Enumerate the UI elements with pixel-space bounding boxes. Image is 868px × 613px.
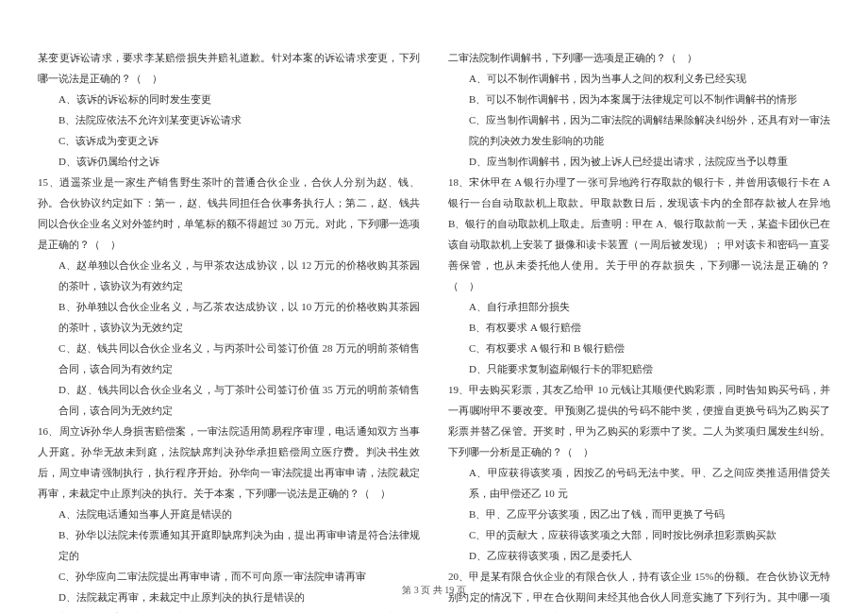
right-column: 二审法院制作调解书，下列哪一选项是正确的？（ ） A、可以不制作调解书，因为当事… xyxy=(448,47,830,561)
q16-option-d: D、法院裁定再审，未裁定中止原判决的执行是错误的 xyxy=(38,587,420,607)
q14-option-a: A、该诉的诉讼标的同时发生变更 xyxy=(38,89,420,109)
left-column: 某变更诉讼请求，要求李某赔偿损失并赔礼道歉。针对本案的诉讼请求变更，下列哪一说法… xyxy=(38,47,420,561)
q18-option-c: C、有权要求 A 银行和 B 银行赔偿 xyxy=(448,338,830,358)
q16-stem: 16、周立诉孙华人身损害赔偿案，一审法院适用简易程序审理，电话通知双方当事人开庭… xyxy=(38,421,420,504)
q15-option-b: B、孙单独以合伙企业名义，与乙茶农达成协议，以 10 万元的价格收购其茶园的茶叶… xyxy=(38,296,420,338)
q15-option-d: D、赵、钱共同以合伙企业名义，与丁茶叶公司签订价值 35 万元的明前茶销售合同，… xyxy=(38,379,420,421)
q18-stem: 18、宋休甲在 A 银行办理了一张可异地跨行存取款的银行卡，并曾用该银行卡在 A… xyxy=(448,172,830,296)
q19-option-b: B、甲、乙应平分该奖项，因乙出了钱，而甲更换了号码 xyxy=(448,504,830,524)
q19-option-a: A、甲应获得该奖项，因按乙的号码无法中奖。甲、乙之间应类推适用借贷关系，由甲偿还… xyxy=(448,462,830,504)
q18-option-b: B、有权要求 A 银行赔偿 xyxy=(448,317,830,338)
q14-option-c: C、该诉成为变更之诉 xyxy=(38,130,420,151)
q20-stem: 20、甲是某有限合伙企业的有限合伙人，持有该企业 15%的份额。在合伙协议无特别… xyxy=(448,566,830,613)
q16-option-a: A、法院电话通知当事人开庭是错误的 xyxy=(38,504,420,524)
q19-option-d: D、乙应获得该奖项，因乙是委托人 xyxy=(448,545,830,566)
q16-option-b: B、孙华以法院未传票通知其开庭即缺席判决为由，提出再审申请是符合法律规定的 xyxy=(38,524,420,566)
page-content: 某变更诉讼请求，要求李某赔偿损失并赔礼道歉。针对本案的诉讼请求变更，下列哪一说法… xyxy=(0,0,868,580)
q18-option-a: A、自行承担部分损失 xyxy=(448,296,830,317)
q17-stem: 17、某借款纠纷案二审中，双方达成调解协议，被上诉人当场将欠款付清。关于被上诉人… xyxy=(38,607,420,613)
q17-option-c: C、应当制作调解书，因为二审法院的调解结果除解决纠纷外，还具有对一审法院的判决效… xyxy=(448,109,830,151)
q17-option-d: D、应当制作调解书，因为被上诉人已经提出请求，法院应当予以尊重 xyxy=(448,151,830,172)
q17-option-b: B、可以不制作调解书，因为本案属于法律规定可以不制作调解书的情形 xyxy=(448,89,830,109)
q17-option-a: A、可以不制作调解书，因为当事人之间的权利义务已经实现 xyxy=(448,68,830,89)
q19-option-c: C、甲的贡献大，应获得该奖项之大部，同时按比例承担彩票购买款 xyxy=(448,524,830,545)
q15-option-a: A、赵单独以合伙企业名义，与甲茶农达成协议，以 12 万元的价格收购其茶园的茶叶… xyxy=(38,255,420,296)
q16-option-c: C、孙华应向二审法院提出再审申请，而不可向原一审法院申请再审 xyxy=(38,566,420,587)
q14-option-b: B、法院应依法不允许刘某变更诉讼请求 xyxy=(38,109,420,130)
q14-option-d: D、该诉仍属给付之诉 xyxy=(38,151,420,172)
q19-stem: 19、甲去购买彩票，其友乙给甲 10 元钱让其顺便代购彩票，同时告知购买号码，并… xyxy=(448,379,830,462)
q17-stem-cont: 二审法院制作调解书，下列哪一选项是正确的？（ ） xyxy=(448,47,830,68)
q14-stem-cont: 某变更诉讼请求，要求李某赔偿损失并赔礼道歉。针对本案的诉讼请求变更，下列哪一说法… xyxy=(38,47,420,89)
q15-option-c: C、赵、钱共同以合伙企业名义，与丙茶叶公司签订价值 28 万元的明前茶销售合同，… xyxy=(38,338,420,379)
q18-option-d: D、只能要求复制盗刷银行卡的罪犯赔偿 xyxy=(448,358,830,379)
q15-stem: 15、逍遥茶业是一家生产销售野生茶叶的普通合伙企业，合伙人分别为赵、钱、孙。合伙… xyxy=(38,172,420,255)
